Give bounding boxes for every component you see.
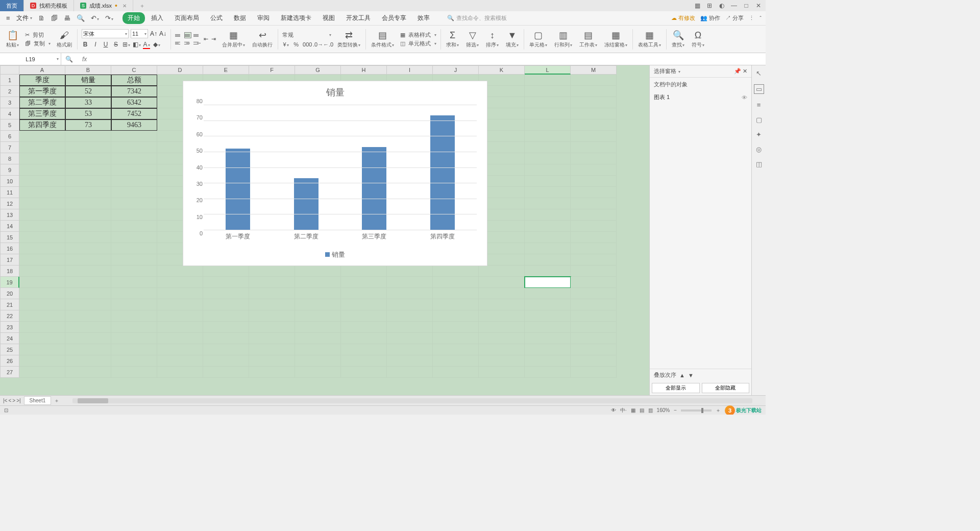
cells-button[interactable]: ▢单元格▾: [526, 27, 550, 52]
cell-M23[interactable]: [571, 322, 617, 333]
sheet-area[interactable]: ABCDEFGHIJKLM1季度销量总额2第一季度5273423第二季度3363…: [0, 65, 649, 395]
cell-B11[interactable]: [65, 187, 111, 198]
cell-style[interactable]: ◫单元格式▾: [400, 40, 436, 47]
cell-E26[interactable]: [203, 355, 249, 367]
table-style[interactable]: ▦表格样式▾: [400, 31, 436, 39]
cell-L3[interactable]: [525, 97, 571, 108]
cell-I24[interactable]: [387, 333, 433, 344]
cell-J20[interactable]: [433, 288, 479, 299]
sheet-tab[interactable]: Sheet1: [24, 396, 52, 405]
cell-L8[interactable]: [525, 153, 571, 164]
cell-E27[interactable]: [203, 367, 249, 378]
col-header-F[interactable]: F: [249, 65, 295, 75]
cell-F20[interactable]: [249, 288, 295, 299]
cell-M26[interactable]: [571, 355, 617, 367]
ribbon-tab-2[interactable]: 页面布局: [169, 12, 204, 24]
fx-icon[interactable]: fx: [77, 56, 92, 63]
cell-B26[interactable]: [65, 355, 111, 367]
cell-L1[interactable]: [525, 75, 571, 86]
cell-H21[interactable]: [341, 299, 387, 310]
cell-F18[interactable]: [249, 266, 295, 277]
bold-button[interactable]: B: [82, 41, 89, 49]
cell-B18[interactable]: [65, 266, 111, 277]
cell-A4[interactable]: 第三季度: [19, 108, 65, 119]
cell-L2[interactable]: [525, 86, 571, 97]
cell-C7[interactable]: [111, 142, 157, 153]
cell-C2[interactable]: 7342: [111, 86, 157, 97]
border-button[interactable]: ⊞▾: [122, 41, 130, 49]
cell-L22[interactable]: [525, 310, 571, 322]
cell-M22[interactable]: [571, 310, 617, 322]
shape-icon[interactable]: ▢: [756, 116, 762, 124]
cell-I18[interactable]: [387, 266, 433, 277]
row-header-21[interactable]: 21: [0, 299, 19, 310]
wrap-button[interactable]: ↩自动换行: [249, 27, 276, 52]
cell-B5[interactable]: 73: [65, 119, 111, 131]
cell-B10[interactable]: [65, 176, 111, 187]
cell-A15[interactable]: [19, 232, 65, 243]
close-pane-icon[interactable]: ✕: [743, 68, 747, 74]
row-header-18[interactable]: 18: [0, 266, 19, 277]
cell-D27[interactable]: [157, 367, 203, 378]
row-header-14[interactable]: 14: [0, 221, 19, 232]
cell-B8[interactable]: [65, 153, 111, 164]
select-all-corner[interactable]: [0, 65, 19, 75]
cell-A24[interactable]: [19, 333, 65, 344]
cell-K27[interactable]: [479, 367, 525, 378]
command-search[interactable]: 🔍 查找命令、搜索模板: [447, 14, 507, 22]
cell-L10[interactable]: [525, 176, 571, 187]
row-header-2[interactable]: 2: [0, 86, 19, 97]
ribbon-tab-7[interactable]: 视图: [317, 12, 340, 24]
bar-0[interactable]: [226, 149, 250, 230]
cell-C21[interactable]: [111, 299, 157, 310]
cell-D24[interactable]: [157, 333, 203, 344]
cell-J26[interactable]: [433, 355, 479, 367]
doc-tab-file[interactable]: S 成绩.xlsx • ✕: [74, 0, 133, 11]
cell-B15[interactable]: [65, 232, 111, 243]
cell-H27[interactable]: [341, 367, 387, 378]
cell-C12[interactable]: [111, 198, 157, 209]
row-header-19[interactable]: 19: [0, 277, 19, 288]
cell-A20[interactable]: [19, 288, 65, 299]
cell-G20[interactable]: [295, 288, 341, 299]
status-icon[interactable]: ⊡: [4, 407, 8, 413]
formula-input[interactable]: [92, 53, 766, 65]
cell-A26[interactable]: [19, 355, 65, 367]
cell-C17[interactable]: [111, 254, 157, 266]
cell-I19[interactable]: [387, 277, 433, 288]
cell-M1[interactable]: [571, 75, 617, 86]
filter-button[interactable]: ▽筛选▾: [463, 27, 482, 52]
sheet-button[interactable]: ▤工作表▾: [576, 27, 600, 52]
cell-M10[interactable]: [571, 176, 617, 187]
type-convert[interactable]: ⇄类型转换▾: [334, 27, 363, 52]
indent-dec-icon[interactable]: ⇤: [204, 36, 208, 42]
cell-B6[interactable]: [65, 131, 111, 142]
underline-button[interactable]: U: [102, 41, 109, 49]
cell-C11[interactable]: [111, 187, 157, 198]
cell-K23[interactable]: [479, 322, 525, 333]
cell-B4[interactable]: 53: [65, 108, 111, 119]
cell-H19[interactable]: [341, 277, 387, 288]
col-header-D[interactable]: D: [157, 65, 203, 75]
merge-button[interactable]: ▦合并居中▾: [219, 27, 248, 52]
col-header-C[interactable]: C: [111, 65, 157, 75]
row-header-23[interactable]: 23: [0, 322, 19, 333]
row-header-9[interactable]: 9: [0, 164, 19, 176]
cell-C3[interactable]: 6342: [111, 97, 157, 108]
next-sheet-icon[interactable]: >: [12, 398, 15, 403]
cell-M2[interactable]: [571, 86, 617, 97]
row-header-12[interactable]: 12: [0, 198, 19, 209]
cell-C9[interactable]: [111, 164, 157, 176]
cell-A6[interactable]: [19, 131, 65, 142]
cell-L12[interactable]: [525, 198, 571, 209]
cell-M11[interactable]: [571, 187, 617, 198]
cell-D18[interactable]: [157, 266, 203, 277]
ribbon-tab-3[interactable]: 公式: [205, 12, 228, 24]
cell-A1[interactable]: 季度: [19, 75, 65, 86]
ribbon-tab-10[interactable]: 效率: [412, 12, 435, 24]
number-format-select[interactable]: 常规▾: [282, 31, 331, 39]
row-header-8[interactable]: 8: [0, 153, 19, 164]
cell-K20[interactable]: [479, 288, 525, 299]
row-header-3[interactable]: 3: [0, 97, 19, 108]
paste-group[interactable]: 📋 粘贴▾: [3, 27, 22, 52]
